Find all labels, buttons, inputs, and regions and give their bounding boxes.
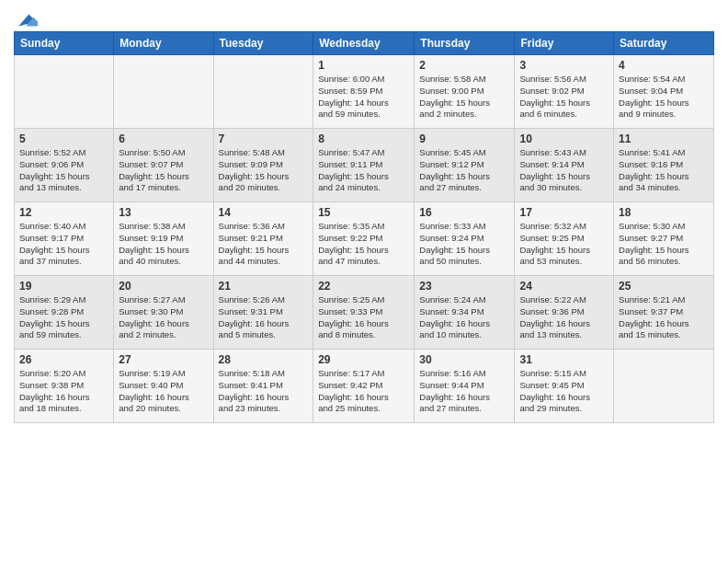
day-info: Sunrise: 5:45 AM Sunset: 9:12 PM Dayligh… [419,147,509,194]
logo [14,9,38,26]
day-number: 22 [318,280,409,293]
header [14,9,714,26]
calendar-table: SundayMondayTuesdayWednesdayThursdayFrid… [14,31,714,423]
calendar-cell: 27Sunrise: 5:19 AM Sunset: 9:40 PM Dayli… [114,350,213,423]
day-info: Sunrise: 5:40 AM Sunset: 9:17 PM Dayligh… [19,221,108,268]
day-info: Sunrise: 5:19 AM Sunset: 9:40 PM Dayligh… [119,368,208,415]
day-info: Sunrise: 5:48 AM Sunset: 9:09 PM Dayligh… [219,147,309,194]
calendar-cell [213,55,313,129]
day-number: 4 [619,59,709,72]
day-info: Sunrise: 5:33 AM Sunset: 9:24 PM Dayligh… [419,221,509,268]
calendar-cell: 4Sunrise: 5:54 AM Sunset: 9:04 PM Daylig… [614,55,714,129]
day-number: 14 [219,206,309,219]
calendar-cell: 18Sunrise: 5:30 AM Sunset: 9:27 PM Dayli… [614,202,714,276]
calendar-cell: 20Sunrise: 5:27 AM Sunset: 9:30 PM Dayli… [114,276,213,350]
calendar-cell: 15Sunrise: 5:35 AM Sunset: 9:22 PM Dayli… [313,202,415,276]
calendar-cell: 23Sunrise: 5:24 AM Sunset: 9:34 PM Dayli… [415,276,515,350]
calendar-cell: 7Sunrise: 5:48 AM Sunset: 9:09 PM Daylig… [213,129,313,202]
weekday-header: Thursday [415,32,515,55]
calendar-cell: 6Sunrise: 5:50 AM Sunset: 9:07 PM Daylig… [114,129,213,202]
day-number: 21 [219,280,309,293]
day-info: Sunrise: 5:18 AM Sunset: 9:41 PM Dayligh… [219,368,309,415]
page: SundayMondayTuesdayWednesdayThursdayFrid… [0,0,728,432]
calendar-cell: 1Sunrise: 6:00 AM Sunset: 8:59 PM Daylig… [313,55,415,129]
weekday-header: Wednesday [313,32,415,55]
day-info: Sunrise: 5:17 AM Sunset: 9:42 PM Dayligh… [318,368,409,415]
day-number: 25 [619,280,709,293]
day-info: Sunrise: 5:22 AM Sunset: 9:36 PM Dayligh… [519,294,609,341]
day-info: Sunrise: 5:47 AM Sunset: 9:11 PM Dayligh… [318,147,409,194]
day-info: Sunrise: 5:20 AM Sunset: 9:38 PM Dayligh… [19,368,108,415]
calendar-week-row: 1Sunrise: 6:00 AM Sunset: 8:59 PM Daylig… [15,55,714,129]
day-number: 20 [119,280,208,293]
day-number: 26 [19,353,108,366]
day-info: Sunrise: 5:26 AM Sunset: 9:31 PM Dayligh… [219,294,309,341]
day-number: 31 [519,353,609,366]
day-info: Sunrise: 5:35 AM Sunset: 9:22 PM Dayligh… [318,221,409,268]
calendar-cell: 17Sunrise: 5:32 AM Sunset: 9:25 PM Dayli… [515,202,614,276]
calendar-cell [614,350,714,423]
day-info: Sunrise: 5:15 AM Sunset: 9:45 PM Dayligh… [519,368,609,415]
day-number: 24 [519,280,609,293]
day-info: Sunrise: 5:27 AM Sunset: 9:30 PM Dayligh… [119,294,208,341]
day-info: Sunrise: 5:25 AM Sunset: 9:33 PM Dayligh… [318,294,409,341]
day-info: Sunrise: 5:24 AM Sunset: 9:34 PM Dayligh… [419,294,509,341]
calendar-cell [114,55,213,129]
day-info: Sunrise: 5:36 AM Sunset: 9:21 PM Dayligh… [219,221,309,268]
calendar-week-row: 12Sunrise: 5:40 AM Sunset: 9:17 PM Dayli… [15,202,714,276]
day-number: 11 [619,132,709,145]
day-info: Sunrise: 5:16 AM Sunset: 9:44 PM Dayligh… [419,368,509,415]
day-number: 13 [119,206,208,219]
day-number: 8 [318,132,409,145]
calendar-cell [15,55,114,129]
day-number: 7 [219,132,309,145]
calendar-cell: 22Sunrise: 5:25 AM Sunset: 9:33 PM Dayli… [313,276,415,350]
calendar-cell: 30Sunrise: 5:16 AM Sunset: 9:44 PM Dayli… [415,350,515,423]
day-info: Sunrise: 5:30 AM Sunset: 9:27 PM Dayligh… [619,221,709,268]
day-info: Sunrise: 5:58 AM Sunset: 9:00 PM Dayligh… [419,74,509,121]
day-number: 15 [318,206,409,219]
day-number: 6 [119,132,208,145]
day-number: 16 [419,206,509,219]
day-info: Sunrise: 5:52 AM Sunset: 9:06 PM Dayligh… [19,147,108,194]
calendar-cell: 24Sunrise: 5:22 AM Sunset: 9:36 PM Dayli… [515,276,614,350]
calendar-cell: 19Sunrise: 5:29 AM Sunset: 9:28 PM Dayli… [15,276,114,350]
calendar-cell: 31Sunrise: 5:15 AM Sunset: 9:45 PM Dayli… [515,350,614,423]
calendar-cell: 13Sunrise: 5:38 AM Sunset: 9:19 PM Dayli… [114,202,213,276]
day-info: Sunrise: 5:56 AM Sunset: 9:02 PM Dayligh… [519,74,609,121]
calendar-week-row: 19Sunrise: 5:29 AM Sunset: 9:28 PM Dayli… [15,276,714,350]
calendar-cell: 28Sunrise: 5:18 AM Sunset: 9:41 PM Dayli… [213,350,313,423]
calendar-week-row: 26Sunrise: 5:20 AM Sunset: 9:38 PM Dayli… [15,350,714,423]
day-number: 1 [318,59,409,72]
day-number: 18 [619,206,709,219]
calendar-header-row: SundayMondayTuesdayWednesdayThursdayFrid… [15,32,714,55]
weekday-header: Sunday [15,32,114,55]
calendar-cell: 26Sunrise: 5:20 AM Sunset: 9:38 PM Dayli… [15,350,114,423]
weekday-header: Friday [515,32,614,55]
day-number: 29 [318,353,409,366]
day-info: Sunrise: 5:54 AM Sunset: 9:04 PM Dayligh… [619,74,709,121]
calendar-cell: 10Sunrise: 5:43 AM Sunset: 9:14 PM Dayli… [515,129,614,202]
day-info: Sunrise: 6:00 AM Sunset: 8:59 PM Dayligh… [318,74,409,121]
calendar-cell: 11Sunrise: 5:41 AM Sunset: 9:16 PM Dayli… [614,129,714,202]
day-number: 10 [519,132,609,145]
calendar-cell: 29Sunrise: 5:17 AM Sunset: 9:42 PM Dayli… [313,350,415,423]
weekday-header: Tuesday [213,32,313,55]
day-number: 3 [519,59,609,72]
calendar-cell: 21Sunrise: 5:26 AM Sunset: 9:31 PM Dayli… [213,276,313,350]
calendar-week-row: 5Sunrise: 5:52 AM Sunset: 9:06 PM Daylig… [15,129,714,202]
day-info: Sunrise: 5:43 AM Sunset: 9:14 PM Dayligh… [519,147,609,194]
logo-icon [16,9,38,31]
weekday-header: Monday [114,32,213,55]
day-number: 28 [219,353,309,366]
calendar-cell: 16Sunrise: 5:33 AM Sunset: 9:24 PM Dayli… [415,202,515,276]
day-info: Sunrise: 5:50 AM Sunset: 9:07 PM Dayligh… [119,147,208,194]
day-info: Sunrise: 5:38 AM Sunset: 9:19 PM Dayligh… [119,221,208,268]
calendar-cell: 3Sunrise: 5:56 AM Sunset: 9:02 PM Daylig… [515,55,614,129]
calendar-cell: 25Sunrise: 5:21 AM Sunset: 9:37 PM Dayli… [614,276,714,350]
calendar-cell: 12Sunrise: 5:40 AM Sunset: 9:17 PM Dayli… [15,202,114,276]
weekday-header: Saturday [614,32,714,55]
day-number: 17 [519,206,609,219]
day-number: 23 [419,280,509,293]
day-info: Sunrise: 5:32 AM Sunset: 9:25 PM Dayligh… [519,221,609,268]
